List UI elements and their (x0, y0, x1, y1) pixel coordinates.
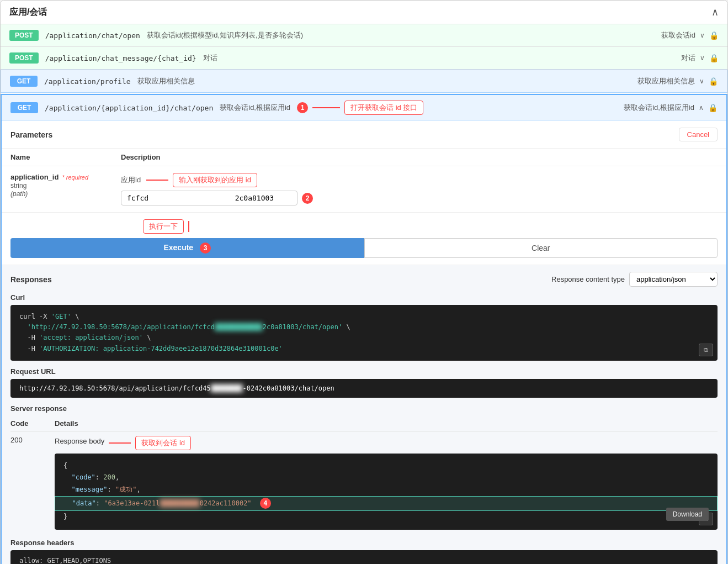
param-row-application-id: application_id * required string (path) … (2, 166, 726, 213)
chevron-down-icon-3: ∨ (699, 77, 704, 85)
api-section-post-chat-message: POST /application/chat_message/{chat_id}… (1, 47, 727, 70)
chevron-up-icon: ∧ (699, 104, 704, 112)
cancel-button[interactable]: Cancel (679, 128, 718, 141)
chevron-down-icon-1: ∨ (700, 31, 705, 39)
param-desc-area: 应用id 输入刚获取到的应用 id 2 (121, 173, 718, 205)
api-right-label-1: 获取会话id (661, 30, 695, 40)
api-section-get-chat-open-active: GET /application/{application_id}/chat/o… (1, 94, 727, 564)
annotation-arrow-2 (146, 180, 168, 181)
execute-button[interactable]: Execute 3 (10, 238, 364, 258)
download-button[interactable]: Download (666, 508, 709, 521)
page-title: 应用/会话 (9, 7, 47, 18)
api-desc-3: 获取应用相关信息 (137, 76, 195, 86)
annotation-1: 1 打开获取会话 id 接口 (297, 101, 423, 115)
lock-icon-3: 🔒 (709, 77, 718, 86)
responses-section: Responses Response content type applicat… (2, 265, 726, 564)
api-row-post-chat-open[interactable]: POST /application/chat/open 获取会话id(根据模型i… (1, 24, 727, 46)
param-path-row: (path) (10, 189, 121, 198)
api-section-post-chat-open: POST /application/chat/open 获取会话id(根据模型i… (1, 24, 727, 47)
content-type-select[interactable]: application/json (629, 272, 718, 287)
lock-icon-1: 🔒 (709, 31, 719, 40)
curl-copy-button[interactable]: ⧉ (699, 344, 713, 356)
param-path-note: (path) (10, 190, 28, 198)
api-row-right-2: 对话 ∨ 🔒 (681, 53, 719, 63)
annotation-arrow-1 (312, 107, 340, 108)
main-container: 应用/会话 ∧ POST /application/chat/open 获取会话… (0, 0, 728, 564)
api-row-right-1: 获取会话id ∨ 🔒 (661, 30, 719, 40)
api-path-4: /application/{application_id}/chat/open (45, 104, 213, 112)
api-row-get-chat-open[interactable]: GET /application/{application_id}/chat/o… (2, 95, 726, 120)
server-response-title: Server response (10, 404, 718, 413)
method-badge-get-1: GET (10, 76, 38, 87)
api-path-3: /application/profile (44, 77, 131, 86)
request-url-section: Request URL http://47.92.198.50:5678/api… (10, 367, 718, 398)
param-desc-text: 应用id (121, 175, 141, 185)
param-name-cell: application_id * required string (path) (10, 173, 121, 198)
application-id-input[interactable] (121, 191, 297, 205)
content-type-area: Response content type application/json (551, 272, 718, 287)
resp-header-allow: allow: GET,HEAD,OPTIONS (19, 556, 709, 564)
callout-box-4: 获取到会话 id (135, 436, 191, 450)
param-table-header: Name Description (2, 149, 726, 166)
api-row-right-3: 获取应用相关信息 ∨ 🔒 (637, 76, 718, 86)
curl-line-4: -H 'AUTHORIZATION: application-742dd9aee… (19, 344, 709, 354)
api-row-get-profile[interactable]: GET /application/profile 获取应用相关信息 获取应用相关… (1, 70, 727, 92)
callout-number-4: 4 (260, 498, 271, 509)
curl-line-1: curl -X 'GET' \ (19, 312, 709, 322)
method-badge-post-1: POST (9, 30, 39, 41)
resp-line-open: { (63, 460, 709, 472)
lock-icon-4: 🔒 (708, 103, 718, 112)
curl-block: curl -X 'GET' \ 'http://47.92.198.50:567… (10, 305, 718, 361)
api-desc-2: 对话 (203, 53, 217, 63)
api-desc-4: 获取会话id,根据应用id (220, 103, 290, 113)
annotation-arrow-3-vert (188, 221, 189, 232)
response-row-200: 200 Response body 获取到会话 id (10, 431, 718, 534)
api-path-1: /application/chat/open (45, 31, 140, 40)
execute-clear-row: 执行一下 Execute 3 Clear (2, 213, 726, 265)
callout-number-3: 3 (200, 243, 211, 254)
resp-line-close: } (63, 511, 709, 523)
responses-header: Responses Response content type applicat… (10, 272, 718, 287)
lock-icon-2: 🔒 (709, 54, 719, 62)
method-badge-post-2: POST (9, 52, 39, 64)
annotation-3: 执行一下 (143, 219, 718, 234)
api-row-right-4: 获取会话id,根据应用id ∧ 🔒 (624, 103, 718, 113)
curl-line-3: -H 'accept: application/json' \ (19, 333, 709, 343)
responses-title: Responses (10, 275, 52, 284)
required-badge: * required (62, 174, 88, 181)
param-type-row: string (10, 181, 121, 189)
callout-number-1: 1 (297, 102, 308, 113)
curl-title: Curl (10, 293, 718, 302)
close-icon[interactable]: ∧ (711, 6, 719, 18)
api-path-2: /application/chat_message/{chat_id} (45, 54, 196, 62)
response-headers-title: Response headers (10, 539, 718, 547)
param-name-row: application_id * required (10, 173, 121, 181)
response-code-200: 200 (10, 436, 55, 444)
callout-box-2: 输入刚获取到的应用 id (173, 173, 257, 187)
annotation-4: Response body 获取到会话 id (55, 436, 718, 450)
curl-line-2: 'http://47.92.198.50:5678/api/applicatio… (19, 322, 709, 333)
api-row-post-chat-message[interactable]: POST /application/chat_message/{chat_id}… (1, 47, 727, 69)
parameters-title: Parameters (10, 130, 52, 139)
annotation-2: 输入刚获取到的应用 id (146, 173, 257, 187)
param-col-description: Description (121, 153, 718, 161)
method-badge-get-2: GET (10, 102, 38, 113)
callout-box-1: 打开获取会话 id 接口 (344, 101, 423, 115)
title-bar: 应用/会话 ∧ (1, 1, 727, 24)
api-row-left-3: GET /application/profile 获取应用相关信息 (10, 76, 637, 87)
clear-button[interactable]: Clear (364, 238, 718, 258)
api-row-left-4: GET /application/{application_id}/chat/o… (10, 101, 624, 115)
api-right-label-3: 获取应用相关信息 (637, 76, 695, 86)
callout-number-2: 2 (302, 193, 313, 204)
chevron-down-icon-2: ∨ (700, 54, 705, 62)
callout-text-4: 获取到会话 id (141, 438, 185, 448)
api-right-label-4: 获取会话id,根据应用id (624, 103, 694, 113)
api-right-label-2: 对话 (681, 53, 695, 63)
expanded-panel: Parameters Cancel Name Description appli… (2, 120, 726, 564)
response-headers-section: Response headers allow: GET,HEAD,OPTIONS… (10, 539, 718, 564)
resp-line-data: "data": "6a3e13ae-021l██████████0242ac11… (55, 496, 718, 512)
server-response-section: Server response Code Details 200 Respons… (10, 404, 718, 534)
param-desc-row: 应用id 输入刚获取到的应用 id (121, 173, 718, 187)
details-header: Details (55, 419, 718, 428)
param-col-name: Name (10, 153, 121, 161)
